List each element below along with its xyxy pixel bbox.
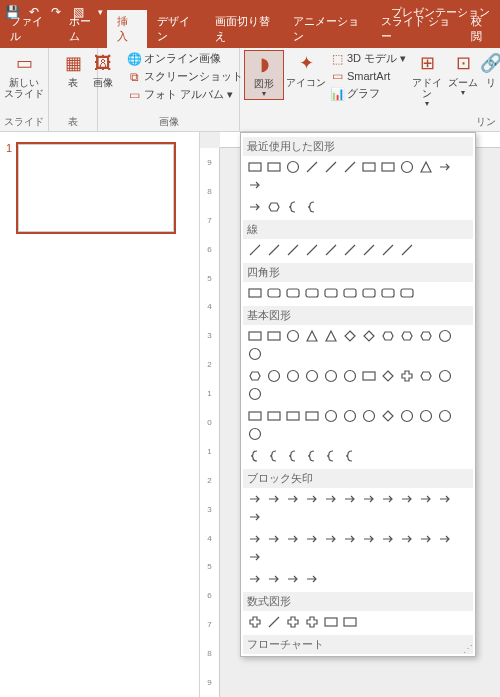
icons-button[interactable]: ✦ アイコン [286,50,326,88]
shape-option[interactable] [435,656,454,657]
shape-option[interactable] [264,570,283,588]
shape-option[interactable] [302,367,321,385]
shape-option[interactable] [416,407,435,425]
shape-option[interactable] [416,656,435,657]
shape-option[interactable] [321,284,340,302]
shape-option[interactable] [245,158,264,176]
shape-option[interactable] [245,241,264,259]
shape-option[interactable] [245,548,264,566]
shape-option[interactable] [378,158,397,176]
shape-option[interactable] [283,241,302,259]
shape-option[interactable] [397,327,416,345]
shape-option[interactable] [245,385,264,403]
shape-option[interactable] [435,327,454,345]
shape-option[interactable] [302,570,321,588]
shape-option[interactable] [397,407,416,425]
shape-option[interactable] [302,198,321,216]
shape-option[interactable] [340,367,359,385]
shape-option[interactable] [378,284,397,302]
tab-animations[interactable]: アニメーション [283,10,370,48]
shape-option[interactable] [245,367,264,385]
shape-option[interactable] [245,570,264,588]
shape-option[interactable] [435,158,454,176]
resize-grip-icon[interactable]: ⋰ [463,643,473,654]
shape-option[interactable] [416,158,435,176]
shape-option[interactable] [302,407,321,425]
shape-option[interactable] [283,284,302,302]
shape-option[interactable] [397,158,416,176]
shape-option[interactable] [302,447,321,465]
shape-option[interactable] [397,490,416,508]
shape-option[interactable] [321,241,340,259]
shape-option[interactable] [359,241,378,259]
shape-option[interactable] [283,327,302,345]
shape-option[interactable] [416,530,435,548]
new-slide-button[interactable]: ▭ 新しい スライド [4,50,44,99]
shape-option[interactable] [283,570,302,588]
shape-option[interactable] [340,241,359,259]
shape-option[interactable] [245,345,264,363]
shape-option[interactable] [359,327,378,345]
shape-option[interactable] [378,241,397,259]
shape-option[interactable] [245,198,264,216]
tab-home[interactable]: ホーム [59,10,108,48]
tab-design[interactable]: デザイン [147,10,206,48]
shape-option[interactable] [359,656,378,657]
shape-option[interactable] [302,613,321,631]
picture-button[interactable]: 🖼 画像 [83,50,123,88]
shape-option[interactable] [264,407,283,425]
shape-option[interactable] [359,490,378,508]
shape-option[interactable] [264,327,283,345]
shape-option[interactable] [340,530,359,548]
shape-option[interactable] [302,530,321,548]
shape-option[interactable] [340,158,359,176]
shape-option[interactable] [321,613,340,631]
shape-option[interactable] [283,198,302,216]
shape-option[interactable] [264,284,283,302]
shape-option[interactable] [359,284,378,302]
tab-slideshow[interactable]: スライド ショー [371,10,461,48]
shape-option[interactable] [321,490,340,508]
shape-option[interactable] [340,490,359,508]
shape-option[interactable] [245,530,264,548]
shape-option[interactable] [397,656,416,657]
shape-option[interactable] [302,490,321,508]
shape-option[interactable] [359,530,378,548]
shape-option[interactable] [378,490,397,508]
shape-option[interactable] [435,367,454,385]
shape-option[interactable] [340,327,359,345]
smartart-button[interactable]: ▭SmartArt [328,68,408,84]
3d-models-button[interactable]: ⬚3D モデル ▾ [328,50,408,67]
shape-option[interactable] [359,407,378,425]
shape-option[interactable] [245,508,264,526]
shape-option[interactable] [264,367,283,385]
shape-option[interactable] [378,327,397,345]
shape-option[interactable] [245,425,264,443]
tab-review[interactable]: 校閲 [461,10,500,48]
shape-option[interactable] [416,367,435,385]
shape-option[interactable] [283,530,302,548]
zoom-button[interactable]: ⊡ ズーム ▾ [446,50,480,98]
shape-option[interactable] [264,613,283,631]
shape-option[interactable] [397,284,416,302]
shape-option[interactable] [378,407,397,425]
shape-option[interactable] [283,407,302,425]
shape-option[interactable] [264,656,283,657]
shape-option[interactable] [340,284,359,302]
shape-option[interactable] [245,176,264,194]
shape-option[interactable] [264,530,283,548]
shape-option[interactable] [264,447,283,465]
shapes-button[interactable]: ◗ 図形 ▾ [244,50,284,100]
shape-option[interactable] [283,656,302,657]
shape-option[interactable] [340,447,359,465]
shape-option[interactable] [302,241,321,259]
shape-option[interactable] [283,158,302,176]
shape-option[interactable] [359,158,378,176]
shape-option[interactable] [416,490,435,508]
shape-option[interactable] [264,241,283,259]
photo-album-button[interactable]: ▭フォト アルバム ▾ [125,86,254,103]
shape-option[interactable] [397,367,416,385]
shape-option[interactable] [321,158,340,176]
shape-option[interactable] [245,490,264,508]
shape-option[interactable] [321,656,340,657]
